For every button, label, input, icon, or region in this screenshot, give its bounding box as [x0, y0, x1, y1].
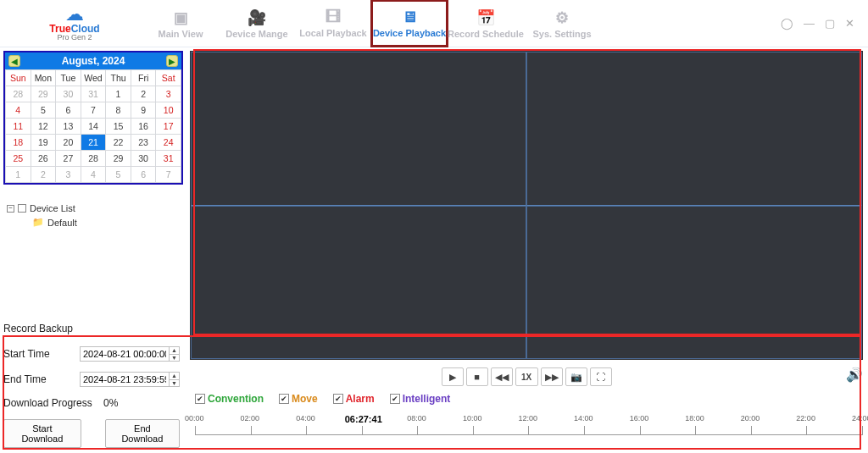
video-cell-1[interactable]	[191, 52, 526, 206]
speed-indicator[interactable]: 1X	[515, 367, 538, 386]
calendar-day[interactable]: 17	[156, 119, 181, 135]
device-list-expander[interactable]: −	[7, 205, 14, 213]
app-header: ☁ TrueCloud Pro Gen 2 ▣Main View 🎥Device…	[0, 0, 868, 47]
calendar-next-button[interactable]: ▶	[166, 55, 178, 67]
calendar-prev-button[interactable]: ◀	[8, 55, 20, 67]
calendar-day[interactable]: 15	[106, 119, 131, 135]
device-list-title: Device List	[30, 203, 75, 213]
cloud-icon: ☁	[65, 5, 84, 24]
nav-local-playback[interactable]: 🎞Local Playback	[295, 0, 371, 47]
start-download-button[interactable]: Start Download	[3, 419, 81, 448]
filter-alarm[interactable]: ✔Alarm	[333, 393, 375, 405]
timeline-tick-label: 08:00	[407, 414, 426, 423]
video-cell-3[interactable]	[191, 206, 526, 360]
nav-sys-settings[interactable]: ⚙Sys. Settings	[524, 0, 600, 47]
nav-tabs: ▣Main View 🎥Device Mange 🎞Local Playback…	[142, 0, 781, 47]
calendar-day[interactable]: 24	[156, 135, 181, 151]
calendar-day[interactable]: 8	[106, 102, 131, 119]
maximize-icon[interactable]: ▢	[825, 17, 835, 30]
fullscreen-button[interactable]: ⛶	[590, 367, 612, 386]
nav-record-schedule[interactable]: 📅Record Schedule	[448, 0, 524, 47]
video-grid[interactable]	[190, 51, 863, 360]
calendar-day[interactable]: 2	[131, 86, 156, 102]
start-time-stepper[interactable]: ▲▼	[169, 347, 179, 361]
calendar-day[interactable]: 7	[81, 102, 106, 119]
minimize-icon[interactable]: —	[804, 17, 815, 30]
calendar-day[interactable]: 27	[56, 151, 81, 167]
calendar-day[interactable]: 20	[56, 135, 81, 151]
calendar-dow: Tue	[56, 70, 81, 86]
calendar-day[interactable]: 22	[106, 135, 131, 151]
calendar-day[interactable]: 13	[56, 119, 81, 135]
calendar-day[interactable]: 29	[106, 151, 131, 167]
calendar-day[interactable]: 16	[131, 119, 156, 135]
filter-move[interactable]: ✔Move	[279, 393, 318, 405]
device-list-item-default[interactable]: 📁 Default	[32, 217, 183, 228]
calendar-day[interactable]: 6	[131, 167, 156, 183]
timeline-tick-label: 14:00	[574, 414, 593, 423]
play-rect-icon: ▣	[174, 8, 188, 27]
calendar-day[interactable]: 21	[81, 135, 106, 151]
calendar-day[interactable]: 4	[6, 102, 31, 119]
calendar-day[interactable]: 30	[131, 151, 156, 167]
calendar-day[interactable]: 26	[31, 151, 56, 167]
user-icon[interactable]: ◯	[781, 17, 793, 30]
calendar-day[interactable]: 29	[31, 86, 56, 102]
stop-button[interactable]: ■	[466, 367, 488, 386]
window-controls: ◯ — ▢ ✕	[781, 17, 861, 30]
calendar-day[interactable]: 19	[31, 135, 56, 151]
calendar-day[interactable]: 1	[106, 86, 131, 102]
checkbox-icon: ✔	[195, 394, 205, 404]
calendar-day[interactable]: 30	[56, 86, 81, 102]
sound-icon[interactable]: 🔊	[846, 367, 863, 383]
rewind-button[interactable]: ◀◀	[491, 367, 513, 386]
calendar-day[interactable]: 1	[6, 167, 31, 183]
nav-main-view[interactable]: ▣Main View	[142, 0, 219, 47]
timeline-tick-label: 22:00	[796, 414, 815, 423]
timeline[interactable]: 00:0002:0004:0006:27:4108:0010:0012:0014…	[190, 416, 863, 448]
calendar-day[interactable]: 4	[81, 167, 106, 183]
calendar-day[interactable]: 31	[156, 151, 181, 167]
timeline-current-time: 06:27:41	[345, 414, 382, 424]
end-time-input[interactable]	[81, 373, 169, 386]
calendar-day[interactable]: 5	[106, 167, 131, 183]
video-cell-4[interactable]	[526, 206, 862, 360]
calendar-day[interactable]: 11	[6, 119, 31, 135]
calendar-day[interactable]: 7	[156, 167, 181, 183]
end-download-button[interactable]: End Download	[105, 419, 180, 448]
calendar-day[interactable]: 28	[6, 86, 31, 102]
calendar: ◀ August, 2024 ▶ SunMonTueWedThuFriSat 2…	[3, 51, 183, 185]
close-icon[interactable]: ✕	[845, 17, 854, 30]
calendar-title: August, 2024	[62, 55, 125, 67]
calendar-day[interactable]: 2	[31, 167, 56, 183]
device-list-checkbox[interactable]	[18, 204, 26, 213]
calendar-day[interactable]: 23	[131, 135, 156, 151]
nav-device-manage[interactable]: 🎥Device Mange	[219, 0, 295, 47]
calendar-day[interactable]: 6	[56, 102, 81, 119]
timeline-tick-label: 00:00	[185, 414, 204, 423]
fast-forward-button[interactable]: ▶▶	[541, 367, 563, 386]
video-cell-2[interactable]	[526, 52, 862, 206]
calendar-day[interactable]: 12	[31, 119, 56, 135]
calendar-day[interactable]: 14	[81, 119, 106, 135]
calendar-day[interactable]: 3	[56, 167, 81, 183]
calendar-day[interactable]: 10	[156, 102, 181, 119]
filter-intelligent[interactable]: ✔Intelligent	[390, 393, 451, 405]
start-time-input[interactable]	[81, 347, 169, 361]
calendar-dow: Fri	[131, 70, 156, 86]
play-button[interactable]: ▶	[442, 367, 464, 386]
checkbox-icon: ✔	[390, 394, 400, 404]
calendar-day[interactable]: 18	[6, 135, 31, 151]
calendar-day[interactable]: 28	[81, 151, 106, 167]
calendar-day[interactable]: 5	[31, 102, 56, 119]
snapshot-button[interactable]: 📷	[565, 367, 587, 386]
calendar-table: SunMonTueWedThuFriSat 282930311234567891…	[5, 69, 181, 183]
nav-device-playback[interactable]: 🖥Device Playback	[371, 0, 448, 47]
filter-convention[interactable]: ✔Convention	[195, 393, 264, 405]
calendar-day[interactable]: 31	[81, 86, 106, 102]
left-panel: ◀ August, 2024 ▶ SunMonTueWedThuFriSat 2…	[0, 47, 186, 453]
calendar-day[interactable]: 25	[6, 151, 31, 167]
calendar-day[interactable]: 9	[131, 102, 156, 119]
calendar-day[interactable]: 3	[156, 86, 181, 102]
end-time-stepper[interactable]: ▲▼	[169, 373, 179, 386]
